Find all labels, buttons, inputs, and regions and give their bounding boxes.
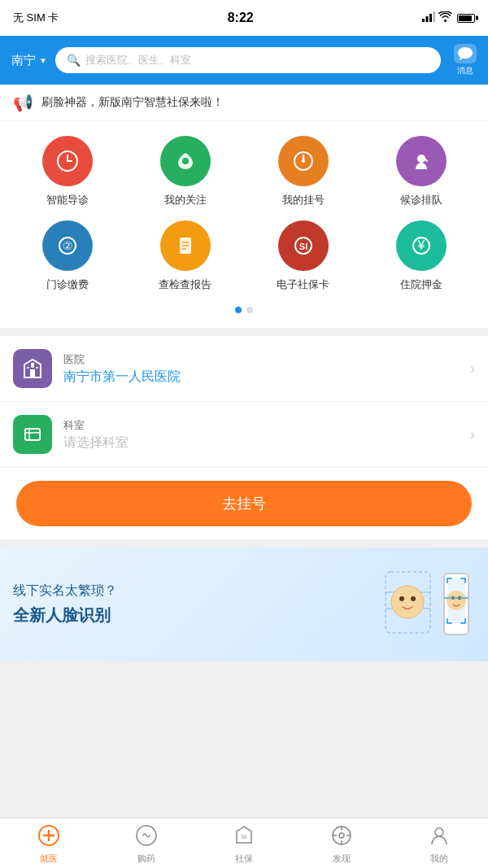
promo-subtitle: 全新人脸识别: [13, 604, 117, 626]
svg-text:¥: ¥: [416, 238, 425, 252]
medical-label: 就医: [40, 853, 58, 865]
discover-label: 发现: [333, 853, 351, 865]
svg-point-29: [399, 596, 404, 601]
medical-icon: [38, 825, 59, 849]
mine-label: 我的: [430, 853, 448, 865]
hospital-name: 南宁市第一人民医院: [63, 369, 459, 386]
hospital-info: 医院 南宁市第一人民医院: [63, 352, 459, 386]
hospital-deposit-item[interactable]: ¥ 住院押金: [362, 220, 480, 292]
esocial-card-label: 电子社保卡: [277, 277, 329, 292]
search-bar[interactable]: 🔍 搜索医院、医生、科室: [55, 47, 441, 73]
check-report-icon: [160, 220, 211, 271]
hospital-deposit-icon: ¥: [396, 220, 447, 271]
status-icons: [422, 11, 475, 24]
svg-point-48: [435, 828, 443, 836]
nav-mine[interactable]: 我的: [390, 825, 488, 865]
outpatient-pay-label: 门诊缴费: [46, 277, 89, 292]
hospital-chevron-icon: ›: [470, 360, 475, 377]
waiting-queue-item[interactable]: 候诊排队: [362, 136, 480, 207]
svg-rect-19: [31, 363, 34, 368]
svg-text:SI: SI: [298, 242, 307, 251]
outpatient-pay-item[interactable]: ② 门诊缴费: [8, 220, 126, 292]
svg-point-30: [411, 596, 416, 601]
face-recognition-illustration: [377, 564, 475, 645]
svg-rect-22: [25, 429, 40, 440]
location-button[interactable]: 南宁 ▼: [11, 53, 47, 68]
svg-point-28: [391, 586, 424, 618]
hospital-deposit-label: 住院押金: [400, 277, 442, 292]
location-label: 南宁: [11, 53, 36, 68]
promo-image: [377, 564, 475, 645]
svg-rect-0: [422, 19, 425, 22]
message-icon: [454, 44, 477, 63]
my-booking-item[interactable]: 我的挂号: [244, 136, 362, 207]
dept-type-icon: [13, 415, 52, 454]
app-header: 南宁 ▼ 🔍 搜索医院、医生、科室 消息: [0, 36, 488, 85]
nav-medical[interactable]: 就医: [0, 825, 98, 865]
my-booking-icon: [278, 136, 329, 186]
dot-1: [235, 307, 242, 313]
hospital-row[interactable]: 医院 南宁市第一人民医院 ›: [0, 336, 488, 402]
time-display: 8:22: [228, 11, 254, 25]
svg-point-43: [339, 833, 344, 838]
dot-2: [246, 307, 253, 313]
smart-guide-label: 智能导诊: [46, 193, 89, 207]
pharmacy-label: 购药: [137, 853, 155, 865]
svg-rect-18: [30, 369, 35, 377]
search-placeholder: 搜索医院、医生、科室: [85, 53, 191, 68]
smart-guide-item[interactable]: 智能导诊: [8, 136, 126, 207]
notification-banner[interactable]: 📢 刷脸神器，新版南宁智慧社保来啦！: [0, 85, 488, 121]
outpatient-pay-icon: ②: [42, 220, 93, 271]
status-bar: 无 SIM 卡 8:22: [0, 0, 488, 36]
icon-grid: 智能导诊 我的关注 我的挂号 候诊排队 ② 门诊缴费: [8, 136, 480, 292]
social-label: 社保: [235, 853, 253, 865]
dept-placeholder: 请选择科室: [63, 434, 459, 451]
svg-point-5: [182, 158, 189, 164]
hospital-section: 医院 南宁市第一人民医院 › 科室 请选择科室 ›: [0, 336, 488, 468]
banner-text: 刷脸神器，新版南宁智慧社保来啦！: [41, 95, 224, 110]
message-button[interactable]: 消息: [454, 44, 477, 76]
check-report-label: 查检查报告: [159, 277, 211, 292]
svg-rect-1: [426, 16, 429, 22]
search-icon: 🔍: [67, 54, 81, 67]
pharmacy-icon: [136, 825, 157, 849]
carrier-text: 无 SIM 卡: [13, 11, 59, 25]
my-follow-label: 我的关注: [164, 193, 207, 207]
svg-point-33: [447, 591, 466, 610]
dept-info: 科室 请选择科室: [63, 418, 459, 451]
dept-type-label: 科室: [63, 418, 459, 433]
mine-icon: [429, 825, 450, 849]
dept-row[interactable]: 科室 请选择科室 ›: [0, 402, 488, 468]
my-follow-item[interactable]: 我的关注: [126, 136, 244, 207]
hospital-type-label: 医院: [63, 352, 459, 367]
book-section: 去挂号: [0, 468, 488, 539]
waiting-queue-label: 候诊排队: [400, 193, 442, 207]
promo-text-block: 线下实名太繁琐？ 全新人脸识别: [13, 582, 117, 626]
esocial-card-icon: SI: [278, 220, 329, 271]
svg-rect-2: [429, 14, 432, 22]
message-label: 消息: [457, 65, 473, 76]
smart-guide-icon: [42, 136, 93, 186]
book-button[interactable]: 去挂号: [16, 481, 472, 526]
svg-point-7: [302, 159, 305, 163]
signal-icon: [422, 11, 435, 24]
nav-discover[interactable]: 发现: [293, 825, 390, 865]
page-dots: [8, 303, 480, 320]
check-report-item[interactable]: 查检查报告: [126, 220, 244, 292]
my-booking-label: 我的挂号: [282, 193, 325, 207]
svg-text:②: ②: [62, 239, 72, 252]
nav-social[interactable]: SI 社保: [195, 825, 293, 865]
speaker-icon: 📢: [13, 93, 33, 112]
dept-chevron-icon: ›: [470, 426, 475, 443]
social-icon: SI: [233, 825, 255, 849]
bottom-nav: 就医 购药 SI 社保 发现 我的: [0, 818, 488, 868]
icon-grid-section: 智能导诊 我的关注 我的挂号 候诊排队 ② 门诊缴费: [0, 121, 488, 328]
nav-pharmacy[interactable]: 购药: [98, 825, 195, 865]
promo-banner[interactable]: 线下实名太繁琐？ 全新人脸识别: [0, 547, 488, 661]
svg-rect-3: [434, 11, 436, 22]
svg-text:SI: SI: [242, 834, 247, 840]
esocial-card-item[interactable]: SI 电子社保卡: [244, 220, 362, 292]
hospital-type-icon: [13, 349, 52, 388]
battery-icon: [457, 14, 475, 23]
waiting-queue-icon: [396, 136, 447, 186]
